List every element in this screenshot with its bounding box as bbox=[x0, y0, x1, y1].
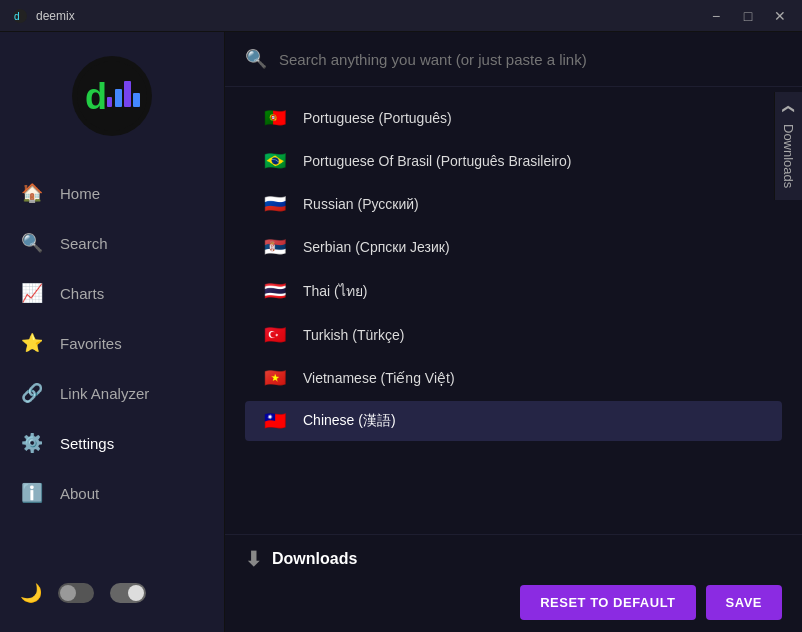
logo: d bbox=[0, 48, 224, 144]
reset-button[interactable]: RESET TO DEFAULT bbox=[520, 585, 695, 620]
language-item-thai[interactable]: 🇹🇭Thai (ไทย) bbox=[245, 270, 782, 312]
main-content: 🔍 ❮ Downloads 🇵🇹Portuguese (Português)🇧🇷… bbox=[225, 32, 802, 632]
theme-toggle[interactable] bbox=[58, 583, 94, 603]
app-icon: d bbox=[12, 8, 28, 24]
sidebar-item-search[interactable]: 🔍 Search bbox=[0, 218, 224, 268]
svg-text:d: d bbox=[85, 76, 107, 117]
language-item-russian[interactable]: 🇷🇺Russian (Русский) bbox=[245, 184, 782, 224]
svg-rect-5 bbox=[124, 81, 131, 107]
language-label-thai: Thai (ไทย) bbox=[303, 280, 367, 302]
language-item-portuguese-brasil[interactable]: 🇧🇷Portuguese Of Brasil (Português Brasil… bbox=[245, 141, 782, 181]
favorites-icon: ⭐ bbox=[20, 332, 44, 354]
sidebar-bottom: 🌙 bbox=[0, 570, 224, 616]
sidebar-item-charts[interactable]: 📈 Charts bbox=[0, 268, 224, 318]
downloads-tab-arrow: ❮ bbox=[782, 104, 796, 114]
home-icon: 🏠 bbox=[20, 182, 44, 204]
downloads-tab[interactable]: ❮ Downloads bbox=[774, 92, 802, 200]
titlebar: d deemix − □ ✕ bbox=[0, 0, 802, 32]
sidebar-label-settings: Settings bbox=[60, 435, 114, 452]
flag-russian: 🇷🇺 bbox=[261, 194, 289, 214]
downloads-text: Downloads bbox=[272, 550, 357, 568]
moon-icon[interactable]: 🌙 bbox=[20, 582, 42, 604]
language-list: 🇵🇹Portuguese (Português)🇧🇷Portuguese Of … bbox=[225, 87, 802, 452]
language-label-russian: Russian (Русский) bbox=[303, 196, 419, 212]
svg-rect-6 bbox=[133, 93, 140, 107]
sidebar-label-charts: Charts bbox=[60, 285, 104, 302]
save-button[interactable]: SAVE bbox=[706, 585, 782, 620]
flag-serbian: 🇷🇸 bbox=[261, 237, 289, 257]
window-controls: − □ ✕ bbox=[706, 6, 790, 26]
search-input[interactable] bbox=[279, 51, 782, 68]
maximize-button[interactable]: □ bbox=[738, 6, 758, 26]
language-label-vietnamese: Vietnamese (Tiếng Việt) bbox=[303, 370, 455, 386]
flag-portuguese: 🇵🇹 bbox=[261, 108, 289, 128]
sidebar-label-favorites: Favorites bbox=[60, 335, 122, 352]
sidebar-item-settings[interactable]: ⚙️ Settings bbox=[0, 418, 224, 468]
sidebar-item-link-analyzer[interactable]: 🔗 Link Analyzer bbox=[0, 368, 224, 418]
bottom-section: ⬇ Downloads RESET TO DEFAULT SAVE bbox=[225, 534, 802, 632]
svg-rect-4 bbox=[115, 89, 122, 107]
language-item-serbian[interactable]: 🇷🇸Serbian (Српски Језик) bbox=[245, 227, 782, 267]
svg-rect-7 bbox=[107, 97, 112, 107]
sidebar-item-about[interactable]: ℹ️ About bbox=[0, 468, 224, 518]
logo-svg: d bbox=[77, 61, 147, 131]
about-icon: ℹ️ bbox=[20, 482, 44, 504]
flag-portuguese-brasil: 🇧🇷 bbox=[261, 151, 289, 171]
language-label-portuguese-brasil: Portuguese Of Brasil (Português Brasilei… bbox=[303, 153, 571, 169]
sidebar-label-search: Search bbox=[60, 235, 108, 252]
sidebar-label-about: About bbox=[60, 485, 99, 502]
flag-turkish: 🇹🇷 bbox=[261, 325, 289, 345]
language-item-chinese[interactable]: 🇹🇼Chinese (漢語) bbox=[245, 401, 782, 441]
search-bar-icon: 🔍 bbox=[245, 48, 267, 70]
app-body: d 🏠 Home 🔍 Search 📈 Charts bbox=[0, 32, 802, 632]
sidebar: d 🏠 Home 🔍 Search 📈 Charts bbox=[0, 32, 225, 632]
sidebar-item-favorites[interactable]: ⭐ Favorites bbox=[0, 318, 224, 368]
app-title: deemix bbox=[36, 9, 706, 23]
charts-icon: 📈 bbox=[20, 282, 44, 304]
search-bar: 🔍 bbox=[225, 32, 802, 87]
flag-thai: 🇹🇭 bbox=[261, 281, 289, 301]
svg-text:d: d bbox=[14, 11, 20, 22]
sidebar-item-home[interactable]: 🏠 Home bbox=[0, 168, 224, 218]
second-toggle[interactable] bbox=[110, 583, 146, 603]
close-button[interactable]: ✕ bbox=[770, 6, 790, 26]
link-icon: 🔗 bbox=[20, 382, 44, 404]
scroll-container: 🇵🇹Portuguese (Português)🇧🇷Portuguese Of … bbox=[225, 87, 802, 534]
download-icon: ⬇ bbox=[245, 547, 262, 571]
action-buttons: RESET TO DEFAULT SAVE bbox=[245, 585, 782, 620]
sidebar-label-home: Home bbox=[60, 185, 100, 202]
search-icon: 🔍 bbox=[20, 232, 44, 254]
downloads-tab-label: Downloads bbox=[781, 124, 796, 188]
language-label-serbian: Serbian (Српски Језик) bbox=[303, 239, 450, 255]
minimize-button[interactable]: − bbox=[706, 6, 726, 26]
language-label-chinese: Chinese (漢語) bbox=[303, 412, 396, 430]
language-item-vietnamese[interactable]: 🇻🇳Vietnamese (Tiếng Việt) bbox=[245, 358, 782, 398]
language-label-turkish: Turkish (Türkçe) bbox=[303, 327, 404, 343]
language-label-portuguese: Portuguese (Português) bbox=[303, 110, 452, 126]
language-item-turkish[interactable]: 🇹🇷Turkish (Türkçe) bbox=[245, 315, 782, 355]
settings-icon: ⚙️ bbox=[20, 432, 44, 454]
sidebar-label-link-analyzer: Link Analyzer bbox=[60, 385, 149, 402]
logo-circle: d bbox=[72, 56, 152, 136]
flag-vietnamese: 🇻🇳 bbox=[261, 368, 289, 388]
language-item-portuguese[interactable]: 🇵🇹Portuguese (Português) bbox=[245, 98, 782, 138]
downloads-section-label: ⬇ Downloads bbox=[245, 547, 782, 571]
flag-chinese: 🇹🇼 bbox=[261, 411, 289, 431]
sidebar-controls: 🌙 bbox=[0, 570, 224, 616]
